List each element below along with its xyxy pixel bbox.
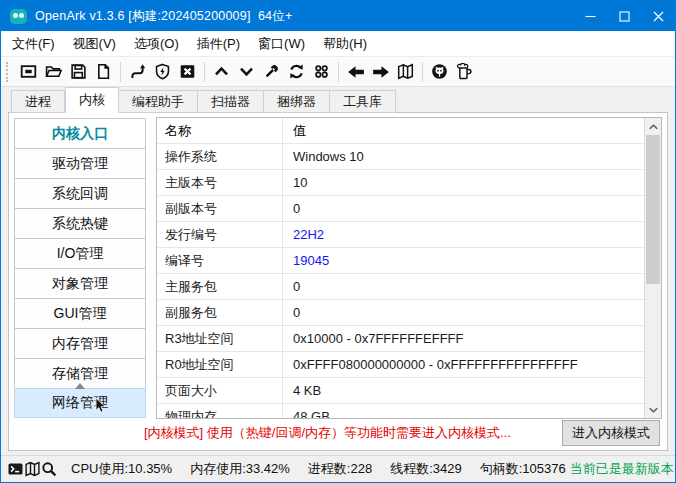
save-icon[interactable] [66, 59, 91, 85]
kernel-tab-content: 内核入口 驱动管理 系统回调 系统热键 I/O管理 对象管理 GUI管理 内存管… [8, 113, 668, 451]
table-row[interactable]: 副服务包 0 [157, 300, 644, 326]
sidebar-item-gui-manage[interactable]: GUI管理 [14, 298, 146, 328]
menu-view[interactable]: 视图(V) [64, 31, 125, 56]
sidebar-item-system-callback[interactable]: 系统回调 [14, 178, 146, 208]
table-row[interactable]: 物理内存 48 GB [157, 404, 644, 418]
github-icon[interactable] [427, 59, 452, 85]
sidebar-item-memory-manage[interactable]: 内存管理 [14, 328, 146, 358]
kernel-sidebar: 内核入口 驱动管理 系统回调 系统热键 I/O管理 对象管理 GUI管理 内存管… [14, 118, 146, 419]
exit-icon[interactable] [175, 59, 200, 85]
table-row[interactable]: 主服务包 0 [157, 274, 644, 300]
row-name-cell: 主服务包 [157, 274, 283, 300]
mouse-cursor-icon [95, 398, 107, 414]
map-icon[interactable] [393, 59, 418, 85]
sidebar-item-io-manage[interactable]: I/O管理 [14, 238, 146, 268]
row-name-cell: 副服务包 [157, 300, 283, 326]
status-bar: CPU使用:10.35% 内存使用:33.42% 进程数:228 线程数:342… [1, 455, 675, 482]
scrollbar-track[interactable] [645, 135, 661, 401]
kernel-entry-table: 名称 值 操作系统 Windows 10 主版本号 10 副版本号 0 [156, 117, 662, 419]
tab-bundler[interactable]: 捆绑器 [264, 90, 330, 113]
header-value: 值 [283, 118, 644, 144]
route-icon[interactable] [125, 59, 150, 85]
sidebar-item-network-manage[interactable]: 网络管理 [14, 388, 146, 418]
sidebar-item-system-hotkey[interactable]: 系统热键 [14, 208, 146, 238]
row-value-cell: 0xFFFF080000000000 - 0xFFFFFFFFFFFFFFFF [283, 352, 644, 378]
table-row[interactable]: 发行编号 22H2 [157, 222, 644, 248]
map-icon[interactable] [24, 457, 41, 481]
chevron-up-icon[interactable] [209, 59, 234, 85]
tab-coderhelper[interactable]: 编程助手 [119, 90, 198, 113]
maximize-button[interactable] [607, 1, 641, 31]
export-file-icon[interactable] [91, 59, 116, 85]
table-row[interactable]: 编译号 19045 [157, 248, 644, 274]
title-bar: OpenArk v1.3.6 [构建:202405200009] 64位+ [1, 1, 675, 31]
arrow-left-icon[interactable] [343, 59, 368, 85]
close-button[interactable] [641, 1, 675, 31]
scrollbar-down-icon[interactable] [645, 401, 661, 418]
kernel-mode-warning: [内核模式] 使用（热键/回调/内存）等功能时需要进入内核模式... [144, 424, 511, 442]
table-row[interactable]: 主版本号 10 [157, 170, 644, 196]
tab-scanner[interactable]: 扫描器 [198, 90, 264, 113]
sidebar-item-driver-manage[interactable]: 驱动管理 [14, 148, 146, 178]
table-row[interactable]: 副版本号 0 [157, 196, 644, 222]
row-name-cell: 操作系统 [157, 144, 283, 170]
table-row[interactable]: R0地址空间 0xFFFF080000000000 - 0xFFFFFFFFFF… [157, 352, 644, 378]
kernel-mode-notice-row: [内核模式] 使用（热键/回调/内存）等功能时需要进入内核模式... 进入内核模… [14, 419, 662, 447]
beer-icon[interactable] [452, 59, 477, 85]
sidebar-item-kernel-entry[interactable]: 内核入口 [14, 118, 146, 148]
toolbar-gripper[interactable] [6, 62, 12, 82]
scrollbar-thumb[interactable] [646, 135, 660, 284]
menu-window[interactable]: 窗口(W) [249, 31, 314, 56]
wrench-icon[interactable] [259, 59, 284, 85]
menu-bar: 文件(F) 视图(V) 选项(O) 插件(P) 窗口(W) 帮助(H) [1, 31, 675, 57]
row-value-cell: 22H2 [283, 222, 644, 248]
tab-kernel[interactable]: 内核 [65, 87, 119, 113]
row-value-cell: 0 [283, 300, 644, 326]
arrow-right-icon[interactable] [368, 59, 393, 85]
table-row[interactable]: R3地址空间 0x10000 - 0x7FFFFFFEFFFF [157, 326, 644, 352]
console-icon[interactable] [16, 59, 41, 85]
sidebar-item-object-manage[interactable]: 对象管理 [14, 268, 146, 298]
vertical-scrollbar[interactable] [644, 118, 661, 418]
minimize-button[interactable] [573, 1, 607, 31]
tab-bar: 进程 内核 编程助手 扫描器 捆绑器 工具库 [1, 87, 675, 113]
table-row[interactable]: 操作系统 Windows 10 [157, 144, 644, 170]
row-value-cell: 10 [283, 170, 644, 196]
row-name-cell: 发行编号 [157, 222, 283, 248]
shield-bolt-icon[interactable] [150, 59, 175, 85]
terminal-icon[interactable] [7, 457, 24, 481]
thread-count-stat: 线程数:3429 [386, 460, 466, 478]
refresh-icon[interactable] [284, 59, 309, 85]
open-folder-icon[interactable] [41, 59, 66, 85]
search-icon[interactable] [41, 457, 57, 481]
toolbar [1, 57, 675, 87]
row-name-cell: 副版本号 [157, 196, 283, 222]
row-name-cell: 主版本号 [157, 170, 283, 196]
row-value-cell: 4 KB [283, 378, 644, 404]
menu-file[interactable]: 文件(F) [3, 31, 64, 56]
row-value-cell: 19045 [283, 248, 644, 274]
handle-count-stat: 句柄数:105376 [476, 460, 570, 478]
enter-kernel-mode-button[interactable]: 进入内核模式 [562, 420, 660, 446]
chevron-down-icon[interactable] [234, 59, 259, 85]
grid-dots-icon[interactable] [309, 59, 334, 85]
menu-options[interactable]: 选项(O) [125, 31, 188, 56]
row-value-cell: 0x10000 - 0x7FFFFFFEFFFF [283, 326, 644, 352]
row-value-cell: 0 [283, 274, 644, 300]
menu-plugins[interactable]: 插件(P) [188, 31, 249, 56]
row-value-cell: 0 [283, 196, 644, 222]
menu-help[interactable]: 帮助(H) [314, 31, 376, 56]
row-name-cell: R0地址空间 [157, 352, 283, 378]
scroll-up-indicator-icon [75, 383, 85, 389]
table-header-row[interactable]: 名称 值 [157, 118, 644, 144]
tab-processes[interactable]: 进程 [11, 90, 65, 113]
window-title: OpenArk v1.3.6 [构建:202405200009] 64位+ [35, 8, 292, 25]
tab-utilities[interactable]: 工具库 [330, 90, 396, 113]
scrollbar-up-icon[interactable] [645, 118, 661, 135]
row-name-cell: R3地址空间 [157, 326, 283, 352]
process-count-stat: 进程数:228 [304, 460, 376, 478]
memory-usage-stat: 内存使用:33.42% [186, 460, 294, 478]
row-name-cell: 物理内存 [157, 404, 283, 418]
row-value-cell: 48 GB [283, 404, 644, 418]
table-row[interactable]: 页面大小 4 KB [157, 378, 644, 404]
